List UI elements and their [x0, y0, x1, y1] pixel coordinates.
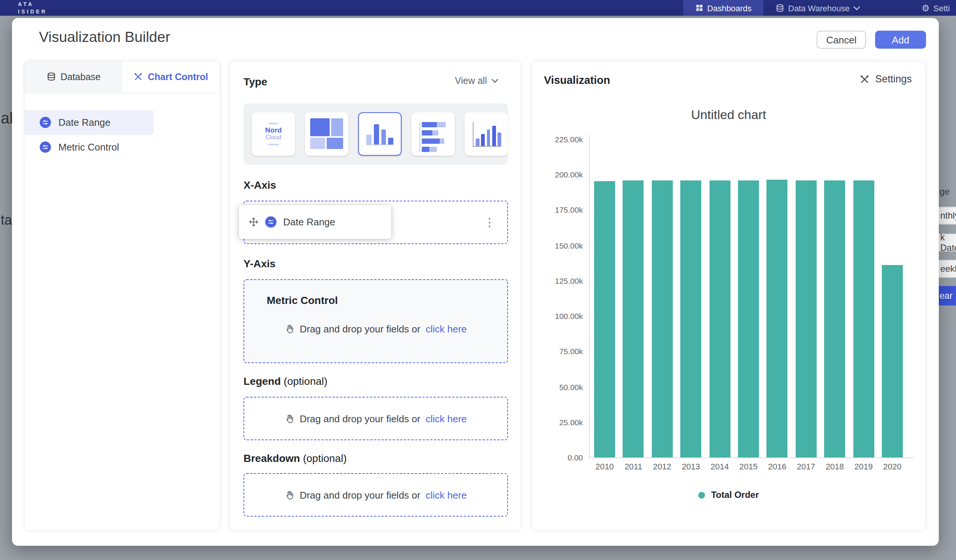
x-tick-label: 2011 — [619, 462, 648, 471]
add-button[interactable]: Add — [875, 31, 926, 49]
move-icon[interactable] — [249, 217, 258, 227]
bar-2010 — [594, 181, 615, 457]
builder-panel: Type View all Nord Cloud — [230, 61, 521, 530]
nav-dashboards-label: Dashboards — [707, 3, 752, 13]
settings-button[interactable]: Settings — [859, 74, 912, 85]
legend-section-label: Legend (optional) — [244, 375, 327, 387]
bar-2013 — [680, 180, 701, 457]
backdrop-select-fragment: k Date — [937, 234, 956, 251]
click-here-link[interactable]: click here — [426, 489, 467, 500]
y-tick-label: 175.00k — [532, 205, 583, 215]
x-tick-label: 2020 — [878, 462, 907, 471]
y-axis-section-label: Y-Axis — [244, 257, 276, 270]
chart-type-strip: Nord Cloud — [244, 103, 508, 165]
type-section-label: Type — [244, 75, 267, 88]
nav-data-warehouse[interactable]: Data Warehouse — [775, 0, 860, 16]
visualization-builder-modal: Visualization Builder Cancel Add Databas… — [12, 18, 939, 546]
y-tick-label: 200.00k — [532, 170, 583, 179]
word-cloud-sub-text: Cloud — [266, 134, 281, 141]
x-tick-label: 2015 — [734, 462, 763, 471]
chart-legend: Total Order — [532, 489, 925, 500]
chart-type-column-axis[interactable] — [464, 112, 508, 156]
x-tick-label: 2013 — [676, 462, 705, 471]
database-icon — [46, 72, 56, 82]
field-item-date-range[interactable]: Date Range — [25, 110, 154, 135]
tab-database[interactable]: Database — [25, 61, 122, 92]
legend-dropzone[interactable]: Drag and drop your fields or click here — [244, 397, 508, 440]
field-item-label: Date Range — [58, 117, 110, 128]
hand-drag-icon — [285, 414, 294, 424]
y-tick-label: 150.00k — [532, 241, 583, 250]
chart-type-word-cloud[interactable]: Nord Cloud — [252, 112, 295, 156]
app-logo: ATA ISIDER — [18, 1, 47, 15]
word-cloud-main-text: Nord — [265, 127, 282, 134]
tab-chart-control-label: Chart Control — [148, 72, 208, 82]
chip-label: Date Range — [283, 216, 335, 227]
field-list: Date Range Metric Control — [25, 110, 220, 160]
chart-x-axis: 2010201120122013201420152016201720182019… — [589, 462, 914, 472]
breakdown-dropzone[interactable]: Drag and drop your fields or click here — [244, 473, 508, 516]
x-tick-label: 2016 — [763, 462, 792, 471]
sliders-icon — [265, 216, 277, 227]
y-tick-label: 25.00k — [532, 418, 583, 427]
top-nav-bar: ATA ISIDER Dashboards Data Warehouse ⚙ S… — [0, 0, 956, 16]
bar-2014 — [709, 181, 730, 457]
logo-line-2: ISIDER — [18, 8, 47, 15]
click-here-link[interactable]: click here — [426, 413, 467, 424]
sliders-icon — [40, 117, 51, 128]
y-tick-label: 0.00 — [532, 453, 583, 462]
legend-dot — [698, 491, 705, 498]
x-tick-label: 2019 — [849, 462, 878, 471]
breakdown-label-text: Breakdown — [244, 452, 300, 464]
x-axis-dropzone[interactable]: Date Range ⋮ — [244, 201, 508, 244]
view-all-button[interactable]: View all — [455, 75, 498, 86]
chart-type-horizontal-bar[interactable] — [411, 112, 455, 156]
chart-title: Untitled chart — [532, 108, 925, 123]
drop-hint-text: Drag and drop your fields or — [300, 413, 420, 424]
cancel-button[interactable]: Cancel — [817, 31, 866, 49]
column-chart-axis-icon — [473, 122, 501, 147]
chart-plot — [589, 139, 914, 457]
date-range-drag-chip[interactable]: Date Range — [239, 205, 391, 239]
visualization-header: Visualization — [544, 74, 610, 86]
y-tick-label: 75.00k — [532, 347, 583, 356]
kebab-menu-icon[interactable]: ⋮ — [484, 201, 495, 243]
backdrop-select-fragment: nthly — [937, 207, 956, 224]
backdrop-text-fragment: ge — [937, 184, 956, 200]
x-tick-label: 2017 — [792, 462, 821, 471]
bar-2020 — [882, 265, 903, 457]
fields-panel-tabs: Database Chart Control — [25, 61, 220, 92]
x-axis-line — [589, 457, 914, 458]
bar-2012 — [652, 180, 673, 457]
backdrop-text-fragment: al — [1, 109, 13, 127]
backdrop-select-fragment: eekly — [937, 260, 956, 278]
click-here-link[interactable]: click here — [426, 323, 467, 335]
x-tick-label: 2012 — [648, 462, 676, 471]
field-item-metric-control[interactable]: Metric Control — [25, 135, 220, 160]
legend-optional-text: (optional) — [284, 375, 327, 387]
settings-label: Settings — [875, 74, 912, 85]
breakdown-optional-text: (optional) — [303, 452, 347, 464]
x-tick-label: 2014 — [705, 462, 734, 471]
metric-control-group-label: Metric Control — [267, 294, 338, 306]
nav-dashboards[interactable]: Dashboards — [683, 0, 763, 16]
y-tick-label: 225.00k — [532, 135, 583, 144]
logo-line-1: ATA — [18, 1, 47, 8]
bar-2018 — [824, 180, 845, 457]
bar-2015 — [738, 180, 759, 457]
chart-type-column-selected[interactable] — [358, 112, 402, 156]
nav-settings-label: Setti — [934, 3, 950, 13]
field-item-label: Metric Control — [58, 141, 119, 153]
chart-type-treemap[interactable] — [305, 112, 348, 156]
x-axis-section-label: X-Axis — [244, 179, 276, 191]
chart-y-axis: 225.00k200.00k175.00k150.00k125.00k100.0… — [532, 139, 583, 457]
nav-settings[interactable]: ⚙ Setti — [921, 0, 950, 16]
legend-series-label: Total Order — [711, 489, 759, 500]
tab-chart-control[interactable]: Chart Control — [122, 61, 220, 92]
hand-drag-icon — [285, 490, 294, 500]
screen: ATA ISIDER Dashboards Data Warehouse ⚙ S… — [0, 0, 956, 560]
y-axis-dropzone[interactable]: Metric Control Drag and drop your fields… — [244, 279, 508, 363]
word-cloud-icon: Nord Cloud — [252, 112, 295, 156]
backdrop-button-fragment: ear — [937, 286, 956, 306]
warehouse-database-icon — [775, 3, 785, 13]
